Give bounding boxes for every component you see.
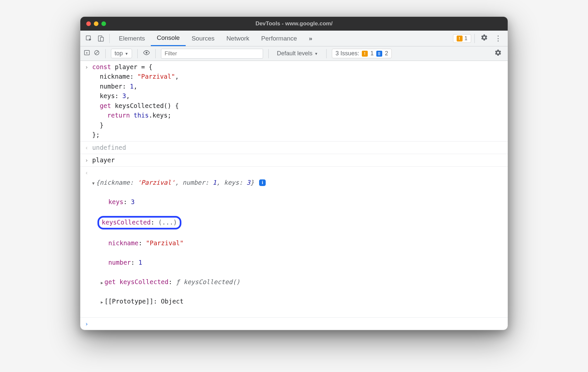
traffic-lights [80, 21, 106, 26]
filter-input[interactable] [161, 49, 263, 59]
warnings-count: 1 [465, 35, 468, 42]
separator [474, 34, 475, 43]
device-toggle-icon[interactable] [95, 33, 106, 44]
separator [105, 49, 106, 58]
input-marker-icon [85, 62, 92, 71]
warning-icon: ! [457, 36, 463, 41]
maximize-icon[interactable] [101, 21, 106, 26]
object-preview[interactable]: {nickname: 'Parzival', number: 1, keys: … [96, 179, 254, 186]
tab-performance[interactable]: Performance [255, 31, 303, 46]
object-output: {nickname: 'Parzival', number: 1, keys: … [92, 168, 508, 316]
chevron-down-icon: ▼ [125, 52, 128, 56]
devtools-window: DevTools - www.google.com/ Elements Cons… [80, 16, 508, 330]
code-input[interactable]: const player = { nickname: "Parzival", n… [92, 62, 508, 140]
result-undefined: undefined [92, 143, 508, 152]
tree-row-highlighted[interactable]: keysCollected: (...) [101, 217, 504, 229]
object-tree: keys: 3 keysCollected: (...) nickname: "… [92, 187, 504, 316]
context-label: top [115, 50, 123, 57]
prompt-icon: › [85, 319, 92, 328]
issues-info-count: 2 [385, 50, 388, 57]
minimize-icon[interactable] [94, 21, 98, 26]
live-expression-icon[interactable] [143, 49, 150, 58]
input-marker-icon [85, 155, 92, 165]
separator [137, 49, 138, 58]
console-prompt-input[interactable] [92, 319, 508, 329]
log-levels-selector[interactable]: Default levels ▼ [274, 49, 321, 58]
separator [326, 49, 327, 58]
svg-line-5 [95, 51, 98, 54]
tabs-overflow[interactable]: » [303, 31, 318, 46]
warning-icon: ! [362, 51, 368, 57]
output-marker-icon [85, 168, 92, 177]
tree-row[interactable]: keys: 3 [101, 197, 504, 207]
tree-row[interactable]: nickname: "Parzival" [101, 238, 504, 248]
clear-console-icon[interactable] [94, 49, 100, 58]
tab-sources[interactable]: Sources [186, 31, 221, 46]
tab-bar: Elements Console Sources Network Perform… [80, 31, 508, 46]
info-icon[interactable]: i [259, 179, 266, 186]
tabs: Elements Console Sources Network Perform… [113, 31, 318, 46]
tree-row[interactable]: get keysCollected: ƒ keysCollected() [101, 277, 504, 287]
console-entry: const player = { nickname: "Parzival", n… [80, 61, 508, 142]
console-entry: player [80, 154, 508, 167]
sidebar-toggle-icon[interactable] [84, 49, 90, 58]
console-entry: undefined [80, 142, 508, 154]
separator [268, 49, 269, 58]
close-icon[interactable] [86, 21, 91, 26]
window-title: DevTools - www.google.com/ [80, 20, 508, 27]
chevron-down-icon: ▼ [314, 52, 318, 56]
issues-label: 3 Issues: [335, 50, 359, 57]
tab-network[interactable]: Network [221, 31, 255, 46]
expand-toggle-icon[interactable] [92, 179, 96, 186]
more-icon[interactable]: ⋮ [492, 34, 504, 43]
issues-warn-count: 1 [370, 50, 374, 57]
tab-console[interactable]: Console [151, 31, 186, 46]
titlebar: DevTools - www.google.com/ [80, 17, 508, 31]
console-entry: {nickname: 'Parzival', number: 1, keys: … [80, 167, 508, 318]
tab-elements[interactable]: Elements [113, 31, 151, 46]
separator [155, 49, 156, 58]
context-selector[interactable]: top ▼ [111, 49, 132, 58]
output-marker-icon [85, 143, 92, 152]
svg-rect-2 [100, 37, 103, 41]
code-input[interactable]: player [92, 155, 508, 165]
console-settings-icon[interactable] [492, 49, 504, 58]
warnings-badge[interactable]: ! 1 [453, 34, 471, 43]
console-prompt-row[interactable]: › [80, 318, 508, 330]
tree-row[interactable]: number: 1 [101, 258, 504, 267]
expand-toggle-icon[interactable] [101, 298, 104, 305]
console-body: const player = { nickname: "Parzival", n… [80, 61, 508, 330]
console-toolbar: top ▼ Default levels ▼ 3 Issues: ! 1 2 [80, 46, 508, 61]
tree-row[interactable]: [[Prototype]]: Object [101, 297, 504, 306]
issues-badge[interactable]: 3 Issues: ! 1 2 [332, 49, 392, 58]
settings-icon[interactable] [478, 34, 491, 43]
info-icon [376, 51, 382, 57]
expand-toggle-icon[interactable] [101, 278, 104, 285]
inspect-icon[interactable] [84, 33, 94, 44]
svg-point-6 [146, 52, 147, 54]
separator [109, 34, 110, 43]
levels-label: Default levels [277, 50, 312, 57]
